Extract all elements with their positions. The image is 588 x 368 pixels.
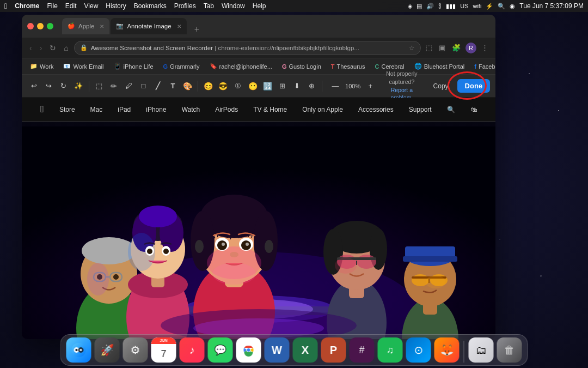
menu-window[interactable]: Window [222,2,245,10]
dock-settings[interactable]: ⚙ [123,337,148,363]
line-tool[interactable]: ╱ [151,79,165,94]
emoji1-tool[interactable]: 😊 [201,79,215,94]
tab-annotate[interactable]: 📷 Annotate Image ✕ [111,18,186,34]
bookmark-rachel-label: rachel@iphonelife... [219,63,272,70]
blur-tool[interactable]: ⊞ [275,79,289,94]
apple-nav-bag-icon[interactable]: 🛍 [470,106,477,113]
zoom-minus-button[interactable]: — [328,79,343,94]
apple-nav-logo[interactable]:  [40,104,44,115]
dock-spotify[interactable]: ♫ [378,337,403,363]
menu-dots-icon[interactable]: ⋮ [480,42,490,53]
dock-safari[interactable]: ⊙ [406,337,431,363]
dock-calendar[interactable]: JUN 7 [151,337,176,363]
menu-edit[interactable]: Edit [65,2,77,10]
menu-file[interactable]: File [47,2,57,10]
maximize-button[interactable] [47,23,53,29]
dock-trash[interactable]: 🗑 [497,337,522,363]
svg-rect-62 [405,246,455,257]
bookmark-rachel[interactable]: 🔖 rachel@iphonelife... [206,61,276,71]
menu-view[interactable]: View [84,2,99,10]
apple-menu-icon[interactable]:  [4,2,7,10]
forward-button[interactable]: › [38,41,45,55]
dock-launchpad[interactable]: 🚀 [95,337,120,363]
draw-tool[interactable]: 🖊 [122,79,136,94]
copy-button[interactable]: Copy [429,80,453,92]
svg-point-57 [335,257,357,274]
profile-icon[interactable]: R [465,43,476,53]
menu-tab[interactable]: Tab [204,2,214,10]
apple-nav-search-icon[interactable]: 🔍 [447,106,455,113]
dock-files[interactable]: 🗂 [469,337,494,363]
bookmark-gusto[interactable]: G Gusto Login [278,62,325,71]
magic-button[interactable]: ✨ [71,79,85,94]
bookmark-thesaurus[interactable]: T Thesaurus [327,62,369,71]
pen-tool[interactable]: ✏ [107,79,121,94]
menu-help[interactable]: Help [253,2,266,10]
apple-nav-mac[interactable]: Mac [90,106,103,113]
apple-nav-only-apple[interactable]: Only on Apple [302,106,343,113]
more-tool[interactable]: ⊕ [305,79,318,94]
dock-chrome[interactable] [236,337,261,363]
text-tool[interactable]: T [166,79,180,94]
reload-button[interactable]: ↻ [47,41,58,55]
minimize-button[interactable] [37,23,44,29]
new-tab-button[interactable]: + [190,25,204,34]
screen-icon[interactable]: ▣ [437,42,447,53]
emoji3-tool[interactable]: 😶 [246,79,260,94]
menu-app-name[interactable]: Chrome [15,2,39,10]
dock-finder[interactable] [66,337,91,363]
svg-point-9 [82,237,136,264]
search-menu-icon[interactable]: 🔍 [498,3,505,10]
menu-bookmarks[interactable]: Bookmarks [134,2,167,10]
apple-nav-watch[interactable]: Watch [182,106,200,113]
back-button[interactable]: ‹ [27,41,34,55]
crop-tool[interactable]: ⬇ [290,79,304,94]
select-tool[interactable]: ⬚ [92,79,106,94]
cast-icon[interactable]: ⬚ [424,42,434,53]
apple-nav-support[interactable]: Support [409,106,432,113]
zoom-plus-button[interactable]: + [363,79,378,94]
address-bar[interactable]: 🔒 Awesome Screenshot and Screen Recorder… [74,41,421,55]
redo-button[interactable]: ↪ [42,79,56,94]
dock-excel[interactable]: X [293,337,318,363]
tab-apple-favicon: 🍎 [68,22,75,30]
dock-slack[interactable]: # [350,337,375,363]
tab-apple-close[interactable]: ✕ [100,23,104,29]
apple-nav-accessories[interactable]: Accessories [358,106,394,113]
tab-annotate-close[interactable]: ✕ [177,23,181,29]
apple-nav-tv-home[interactable]: TV & Home [253,106,287,113]
dock-firefox[interactable]: 🦊 [434,337,460,363]
bookmark-work[interactable]: 📁 Work [26,61,57,71]
bookmark-grammarly[interactable]: G Grammarly [160,62,204,71]
finder-icon [71,342,87,358]
dock-messages[interactable]: 💬 [208,337,233,363]
shape-tool[interactable]: □ [137,79,150,94]
bookmark-work-email[interactable]: 📧 Work Email [59,61,107,71]
apple-nav-store[interactable]: Store [59,106,75,113]
close-button[interactable] [27,23,34,29]
bookmark-iphone-life-icon: 📱 [114,63,121,70]
redo2-button[interactable]: ↻ [57,79,70,94]
undo-button[interactable]: ↩ [27,79,41,94]
dock-music[interactable]: ♪ [180,337,205,363]
menu-profiles[interactable]: Profiles [174,2,196,10]
fill-tool[interactable]: 🎨 [181,79,194,94]
bookmark-grammarly-label: Grammarly [170,63,199,70]
apple-nav-iphone[interactable]: iPhone [146,106,166,113]
emoji4-tool[interactable]: 🔢 [261,79,274,94]
extensions-icon[interactable]: 🧩 [450,42,462,53]
apple-nav-airpods[interactable]: AirPods [215,106,238,113]
svg-point-44 [230,252,238,257]
tab-apple[interactable]: 🍎 Apple ✕ [62,18,109,34]
dock-powerpoint[interactable]: P [321,337,346,363]
home-button[interactable]: ⌂ [62,41,70,55]
apple-nav-ipad[interactable]: iPad [118,106,131,113]
bookmark-iphone-life[interactable]: 📱 iPhone Life [110,61,157,71]
menu-history[interactable]: History [106,2,126,10]
emoji2-tool[interactable]: 😎 [216,79,230,94]
dock-word[interactable]: W [265,337,290,363]
done-button[interactable]: Done [457,79,491,93]
star-icon[interactable]: ☆ [409,44,415,52]
counter-tool[interactable]: ① [231,79,244,94]
siri-menu-icon[interactable]: ◉ [510,3,515,10]
